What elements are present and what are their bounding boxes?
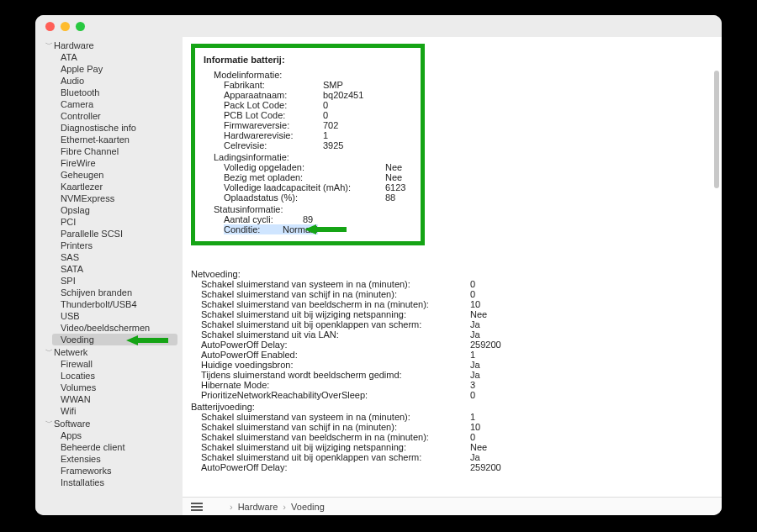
sidebar-item-thunderbolt-usb4[interactable]: Thunderbolt/USB4 — [35, 298, 183, 310]
label: Oplaadstatus (%): — [224, 192, 385, 203]
settings-row: AutoPowerOff Delay:259200 — [191, 462, 713, 472]
value: 88 — [385, 192, 395, 203]
window: ﹀ Hardware ATAApple PayAudioBluetoothCam… — [35, 15, 722, 515]
sidebar-item-printers[interactable]: Printers — [35, 240, 183, 251]
sidebar-item-opslag[interactable]: Opslag — [35, 204, 183, 216]
sidebar-item-diagnostische-info[interactable]: Diagnostische info — [35, 122, 183, 134]
sidebar-item-nvmexpress[interactable]: NVMExpress — [35, 192, 183, 204]
sidebar-item-audio[interactable]: Audio — [35, 75, 183, 87]
sidebar-item-pci[interactable]: PCI — [35, 216, 183, 228]
sidebar-item-beheerde-client[interactable]: Beheerde client — [35, 441, 183, 453]
chevron-right-icon: › — [283, 502, 286, 512]
sidebar-item-ethernet-kaarten[interactable]: Ethernet-kaarten — [35, 134, 183, 145]
value: 10 — [470, 422, 480, 432]
sidebar-item-usb[interactable]: USB — [35, 310, 183, 322]
sidebar-item-firewall[interactable]: Firewall — [35, 358, 183, 370]
label: Fabrikant: — [224, 80, 323, 90]
label: PCB Lot Code: — [224, 110, 323, 120]
sidebar-group-hardware[interactable]: ﹀ Hardware — [35, 39, 183, 51]
sidebar-item-parallelle-scsi[interactable]: Parallelle SCSI — [35, 228, 183, 240]
label: Schakel sluimerstand uit bij openklappen… — [201, 319, 470, 329]
sidebar-item-wwan[interactable]: WWAN — [35, 393, 183, 405]
settings-row: Tijdens sluimerstand wordt beeldscherm g… — [191, 370, 713, 380]
sidebar-item-video-beeldschermen[interactable]: Video/beeldschermen — [35, 322, 183, 334]
charge-section-label: Ladingsinformatie: — [204, 152, 412, 162]
label: Schakel sluimerstand van beeldscherm in … — [201, 299, 470, 309]
value: 259200 — [470, 340, 501, 350]
value: 1 — [470, 350, 475, 360]
sidebar-item-wifi[interactable]: Wifi — [35, 405, 183, 417]
label: Schakel sluimerstand van systeem in na (… — [201, 279, 470, 289]
sidebar-item-apps[interactable]: Apps — [35, 429, 183, 441]
list-icon[interactable] — [191, 503, 203, 511]
titlebar — [35, 15, 722, 37]
sidebar-item-frameworks[interactable]: Frameworks — [35, 465, 183, 477]
chevron-right-icon: › — [230, 502, 233, 512]
sidebar-item-camera[interactable]: Camera — [35, 98, 183, 110]
label: Conditie: — [224, 224, 283, 234]
sidebar-group-network[interactable]: ﹀ Netwerk — [35, 345, 183, 358]
label: Tijdens sluimerstand wordt beeldscherm g… — [201, 370, 470, 380]
label: Volledige laadcapaciteit (mAh): — [224, 182, 385, 192]
model-section-label: Modelinformatie: — [204, 70, 412, 80]
label: Apparaatnaam: — [224, 90, 323, 100]
label: Huidige voedingsbron: — [201, 360, 470, 370]
path-segment-hardware[interactable]: Hardware — [238, 502, 278, 512]
battery-section-label: Batterijvoeding: — [191, 402, 713, 412]
value: 0 — [470, 289, 475, 299]
minimize-icon[interactable] — [61, 22, 70, 31]
power-settings: Netvoeding: Schakel sluimerstand van sys… — [191, 269, 713, 472]
value: 6123 — [385, 182, 405, 192]
content-scroll: Informatie batterij: Modelinformatie: Fa… — [183, 37, 722, 497]
value: bq20z451 — [323, 90, 363, 100]
value: 702 — [323, 120, 338, 130]
window-body: ﹀ Hardware ATAApple PayAudioBluetoothCam… — [35, 37, 722, 515]
settings-row: Huidige voedingsbron:Ja — [191, 360, 713, 370]
value: 259200 — [470, 462, 501, 472]
sidebar-item-volumes[interactable]: Volumes — [35, 382, 183, 393]
label: Volledig opgeladen: — [224, 162, 385, 172]
label: Aantal cycli: — [224, 214, 303, 224]
sidebar-item-spi[interactable]: SPI — [35, 275, 183, 287]
condition-row-highlight: Conditie:Normaal — [224, 224, 318, 234]
sidebar-item-fibre-channel[interactable]: Fibre Channel — [35, 145, 183, 157]
label: Schakel sluimerstand van schijf in na (m… — [201, 289, 470, 299]
sidebar-item-sata[interactable]: SATA — [35, 263, 183, 275]
highlight-box: Informatie batterij: Modelinformatie: Fa… — [191, 44, 425, 245]
settings-row: Schakel sluimerstand van beeldscherm in … — [191, 432, 713, 442]
zoom-icon[interactable] — [76, 22, 85, 31]
chevron-down-icon: ﹀ — [45, 346, 52, 357]
sidebar-item-firewire[interactable]: FireWire — [35, 157, 183, 169]
label: Pack Lot Code: — [224, 100, 323, 110]
sidebar-item-kaartlezer[interactable]: Kaartlezer — [35, 181, 183, 192]
value: 3925 — [323, 140, 343, 150]
path-segment-voeding[interactable]: Voeding — [291, 502, 325, 512]
svg-marker-0 — [126, 335, 168, 345]
pathbar: › Hardware › Voeding — [183, 497, 722, 515]
label: Hardwarerevisie: — [224, 130, 323, 140]
close-icon[interactable] — [45, 22, 55, 31]
settings-row: Schakel sluimerstand uit bij openklappen… — [191, 452, 713, 462]
sidebar-item-extensies[interactable]: Extensies — [35, 453, 183, 465]
label: AutoPowerOff Delay: — [201, 462, 470, 472]
value: Ja — [470, 452, 480, 462]
sidebar-item-controller[interactable]: Controller — [35, 110, 183, 122]
sidebar-item-geheugen[interactable]: Geheugen — [35, 169, 183, 181]
sidebar-item-schijven-branden[interactable]: Schijven branden — [35, 287, 183, 298]
sidebar-item-voeding[interactable]: Voeding — [52, 334, 177, 345]
sidebar: ﹀ Hardware ATAApple PayAudioBluetoothCam… — [35, 37, 183, 515]
label: Celrevisie: — [224, 140, 323, 150]
sidebar-group-software[interactable]: ﹀ Software — [35, 417, 183, 429]
settings-row: AutoPowerOff Enabled:1 — [191, 350, 713, 360]
sidebar-item-bluetooth[interactable]: Bluetooth — [35, 87, 183, 98]
sidebar-item-ata[interactable]: ATA — [35, 51, 183, 63]
ac-section-label: Netvoeding: — [191, 269, 713, 279]
settings-row: Schakel sluimerstand uit via LAN:Ja — [191, 329, 713, 340]
scrollbar[interactable] — [714, 71, 719, 188]
sidebar-item-sas[interactable]: SAS — [35, 251, 183, 263]
sidebar-group-label: Software — [54, 419, 90, 429]
sidebar-item-locaties[interactable]: Locaties — [35, 370, 183, 382]
sidebar-item-installaties[interactable]: Installaties — [35, 477, 183, 488]
sidebar-item-apple-pay[interactable]: Apple Pay — [35, 63, 183, 75]
settings-row: Schakel sluimerstand van schijf in na (m… — [191, 289, 713, 299]
